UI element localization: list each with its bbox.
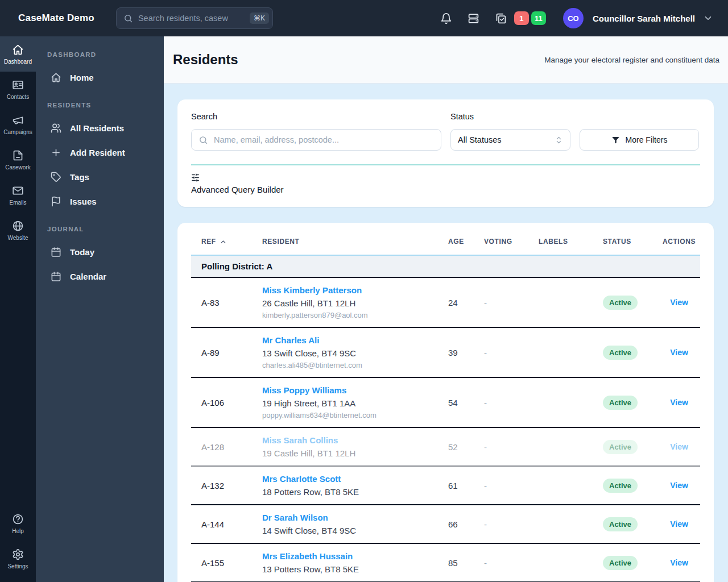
help-icon [12, 513, 24, 525]
resident-age: 24 [448, 298, 484, 307]
icon-rail-top: DashboardContactsCampaignsCaseworkEmails… [0, 36, 36, 248]
resident-address: 14 Swift Close, BT4 9SC [262, 526, 448, 535]
resident-cell: Miss Kimberly Patterson26 Castle Hill, B… [262, 285, 448, 319]
server-icon[interactable] [468, 12, 480, 24]
resident-name-link[interactable]: Mr Charles Ali [262, 335, 319, 345]
bell-icon[interactable] [440, 12, 453, 24]
page-header: Residents Manage your electoral register… [164, 36, 728, 84]
status-label: Status [450, 112, 570, 121]
icon-rail-bottom: HelpSettings [0, 506, 36, 582]
rail-item-campaigns[interactable]: Campaigns [0, 107, 36, 142]
resident-address: 26 Castle Hill, BT1 12LH [262, 298, 448, 308]
column-header-actions[interactable]: ACTIONS [658, 238, 700, 246]
megaphone-icon [12, 114, 24, 126]
rail-item-casework[interactable]: Casework [0, 142, 36, 177]
column-header-voting[interactable]: VOTING [484, 238, 539, 246]
content: Search Status All Statuses [164, 84, 728, 582]
plus-icon [51, 147, 61, 158]
resident-cell: Dr Sarah Wilson14 Swift Close, BT4 9SC [262, 513, 448, 535]
view-link[interactable]: View [670, 298, 688, 307]
column-header-resident[interactable]: RESIDENT [262, 238, 448, 246]
rail-item-settings[interactable]: Settings [0, 541, 36, 576]
resident-name-link[interactable]: Miss Poppy Williams [262, 385, 346, 395]
contacts-icon [12, 79, 24, 91]
table-body: A-83Miss Kimberly Patterson26 Castle Hil… [191, 278, 700, 582]
resident-name-link[interactable]: Dr Sarah Wilson [262, 513, 328, 522]
table-row: A-106Miss Poppy Williams19 High Street, … [191, 378, 700, 428]
rail-item-label: Campaigns [3, 129, 32, 135]
rail-item-help[interactable]: Help [0, 506, 36, 541]
more-filters-button[interactable]: More Filters [580, 129, 699, 151]
status-badge: Active [603, 346, 638, 360]
resident-name-link[interactable]: Mrs Charlotte Scott [262, 474, 341, 484]
topbar-actions: 1 11 CO Councillor Sarah Mitchell [425, 8, 713, 28]
resident-name-link[interactable]: Miss Kimberly Patterson [262, 285, 362, 295]
rail-item-label: Emails [9, 199, 26, 206]
status-select[interactable]: All Statuses [450, 129, 570, 151]
page-subtitle: Manage your electoral register and const… [544, 56, 719, 64]
status-cell: Active [603, 556, 658, 570]
sidebar-item-all-residents[interactable]: All Residents [47, 118, 152, 139]
status-cell: Active [603, 517, 658, 531]
status-badge: Active [603, 296, 638, 310]
global-search[interactable]: ⌘K [116, 7, 273, 29]
resident-age: 85 [448, 558, 484, 568]
user-avatar[interactable]: CO [563, 8, 584, 28]
view-link[interactable]: View [670, 519, 688, 529]
clipboard-check-icon[interactable] [495, 12, 507, 24]
advanced-query-builder-button[interactable]: Advanced Query Builder [191, 173, 284, 194]
resident-ref: A-89 [191, 348, 262, 357]
sidebar-item-today[interactable]: Today [47, 242, 152, 263]
sidebar-item-issues[interactable]: Issues [47, 191, 152, 212]
resident-ref: A-132 [191, 481, 262, 490]
rail-item-emails[interactable]: Emails [0, 177, 36, 213]
rail-item-dashboard[interactable]: Dashboard [0, 36, 36, 72]
filter-divider [191, 164, 700, 165]
resident-name-link[interactable]: Miss Sarah Collins [262, 435, 338, 445]
resident-name-link[interactable]: Mrs Elizabeth Hussain [262, 551, 353, 561]
residents-table: REF RESIDENT AGE VOTING LABELS STATUS AC… [177, 223, 714, 582]
column-header-status[interactable]: STATUS [603, 238, 658, 246]
users-icon [51, 123, 61, 134]
calendar-icon [51, 271, 61, 282]
sidebar-item-home[interactable]: Home [47, 67, 152, 88]
global-search-input[interactable] [138, 14, 245, 23]
sidebar-item-label: Add Resident [70, 148, 125, 157]
view-link[interactable]: View [670, 442, 688, 451]
sliders-icon [191, 173, 200, 182]
column-header-labels[interactable]: LABELS [539, 238, 603, 246]
sidebar-item-label: Home [70, 73, 94, 82]
rail-item-website[interactable]: Website [0, 213, 36, 248]
rail-item-contacts[interactable]: Contacts [0, 72, 36, 107]
resident-search-field[interactable] [191, 129, 441, 151]
view-link[interactable]: View [670, 398, 688, 407]
globe-icon [12, 220, 24, 232]
rail-item-label: Contacts [7, 94, 29, 100]
sidebar-item-tags[interactable]: Tags [47, 167, 152, 188]
view-link[interactable]: View [670, 348, 688, 357]
resident-ref: A-106 [191, 398, 262, 408]
actions-cell: View [658, 519, 700, 529]
green-count-badge[interactable]: 11 [531, 11, 546, 25]
sidebar-item-calendar[interactable]: Calendar [47, 266, 152, 287]
view-link[interactable]: View [670, 558, 688, 567]
status-cell: Active [603, 479, 658, 493]
view-link[interactable]: View [670, 481, 688, 490]
status-select-value: All Statuses [458, 135, 502, 144]
sidebar-section-title: JOURNAL [47, 226, 152, 232]
keyboard-shortcut-badge: ⌘K [250, 13, 269, 24]
resident-voting: - [484, 519, 539, 529]
status-cell: Active [603, 296, 658, 310]
search-icon [123, 14, 133, 23]
column-header-ref[interactable]: REF [191, 238, 262, 246]
column-header-age[interactable]: AGE [448, 238, 484, 246]
flag-icon [51, 196, 61, 207]
status-badge: Active [603, 479, 638, 493]
red-count-badge[interactable]: 1 [514, 11, 529, 25]
settings-icon [12, 548, 24, 560]
chevron-down-icon[interactable] [703, 13, 713, 23]
resident-search-input[interactable] [214, 135, 434, 144]
resident-voting: - [484, 398, 539, 408]
sidebar-section-title: DASHBOARD [47, 51, 152, 58]
sidebar-item-add-resident[interactable]: Add Resident [47, 142, 152, 163]
